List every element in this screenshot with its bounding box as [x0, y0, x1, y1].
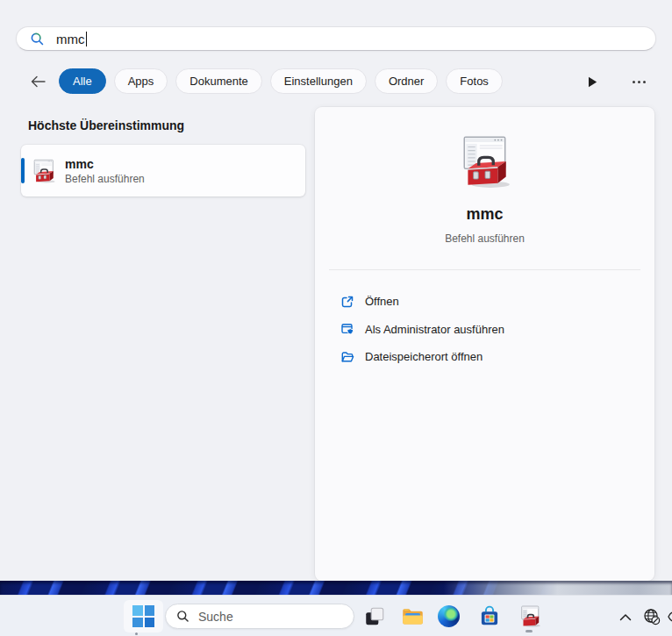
filter-tab-fotos[interactable]: Fotos	[446, 68, 503, 94]
folder-icon	[401, 604, 425, 628]
text-caret	[86, 32, 87, 46]
chevron-up-icon	[619, 613, 632, 621]
filter-tab-dokumente[interactable]: Dokumente	[175, 68, 261, 94]
speaker-partial-icon	[667, 611, 672, 623]
filter-tab-einstellungen[interactable]: Einstellungen	[270, 68, 367, 94]
preview-panel: mmc Befehl ausführen Öffnen Als Administ…	[315, 107, 654, 581]
search-input[interactable]: mmc	[16, 26, 656, 51]
filter-tabs: Alle Apps Dokumente Einstellungen Ordner…	[59, 68, 503, 94]
top-match-result[interactable]: mmc Befehl ausführen	[21, 145, 305, 197]
open-external-icon	[340, 295, 354, 309]
filter-tab-apps[interactable]: Apps	[114, 68, 168, 94]
filter-tab-ordner[interactable]: Ordner	[375, 68, 438, 94]
divider	[329, 269, 640, 270]
search-query-text: mmc	[56, 32, 85, 46]
folder-open-icon	[340, 350, 354, 364]
mmc-icon	[518, 604, 542, 628]
result-subtitle: Befehl ausführen	[65, 173, 145, 185]
play-icon	[588, 76, 597, 88]
start-active-indicator	[135, 632, 138, 635]
ellipsis-icon	[633, 81, 635, 83]
mmc-running-indicator	[525, 630, 533, 632]
globe-offline-icon	[643, 608, 661, 625]
action-label: Als Administrator ausführen	[365, 323, 504, 336]
result-text: mmc Befehl ausführen	[65, 157, 145, 185]
action-run-as-admin[interactable]: Als Administrator ausführen	[315, 316, 654, 344]
task-view-button[interactable]	[360, 601, 390, 632]
search-icon	[30, 32, 45, 46]
action-label: Öffnen	[365, 295, 399, 308]
file-explorer-button[interactable]	[397, 601, 427, 632]
back-arrow-icon	[30, 75, 46, 89]
filter-tab-label: Einstellungen	[284, 75, 353, 88]
best-match-heading: Höchste Übereinstimmung	[28, 118, 184, 132]
filter-tab-label: Fotos	[460, 75, 489, 88]
tray-partial-icon[interactable]	[667, 611, 672, 623]
selection-indicator	[21, 158, 25, 183]
filter-row: Alle Apps Dokumente Einstellungen Ordner…	[0, 68, 672, 95]
desktop-wallpaper	[0, 581, 672, 595]
mmc-app-icon	[31, 158, 57, 184]
tray-overflow-button[interactable]	[614, 605, 637, 628]
edge-button[interactable]	[433, 601, 463, 632]
action-label: Dateispeicherort öffnen	[365, 350, 483, 363]
filter-tab-label: Alle	[73, 75, 92, 88]
start-button[interactable]	[124, 600, 163, 632]
windows-logo-icon	[132, 605, 154, 627]
taskbar-search-box[interactable]: Suche	[165, 604, 354, 629]
result-title: mmc	[65, 157, 145, 171]
mmc-app-icon-large	[456, 132, 514, 190]
admin-shield-icon	[340, 322, 354, 336]
back-button[interactable]	[28, 72, 47, 91]
filter-tab-alle[interactable]: Alle	[59, 68, 106, 94]
task-view-icon	[363, 605, 386, 628]
filter-tab-label: Dokumente	[189, 75, 247, 88]
network-status-button[interactable]	[642, 607, 661, 626]
more-options-button[interactable]	[626, 72, 651, 91]
store-button[interactable]	[475, 601, 504, 632]
search-flyout-screen: mmc Alle Apps Dokumente Einstellungen Or…	[0, 0, 672, 636]
action-list: Öffnen Als Administrator ausführen Datei…	[315, 288, 654, 371]
edge-icon	[438, 605, 460, 627]
mmc-taskbar-button[interactable]	[515, 601, 545, 632]
filter-tab-label: Apps	[128, 75, 154, 88]
preview-title: mmc	[315, 205, 654, 224]
store-icon	[478, 605, 501, 628]
filter-tab-label: Ordner	[389, 75, 424, 88]
play-button[interactable]	[583, 71, 602, 92]
taskbar: Suche	[0, 595, 672, 636]
search-icon	[176, 610, 189, 623]
preview-subtitle: Befehl ausführen	[315, 232, 654, 245]
action-open[interactable]: Öffnen	[315, 288, 654, 316]
taskbar-search-placeholder: Suche	[198, 610, 233, 624]
action-open-file-location[interactable]: Dateispeicherort öffnen	[315, 343, 654, 371]
